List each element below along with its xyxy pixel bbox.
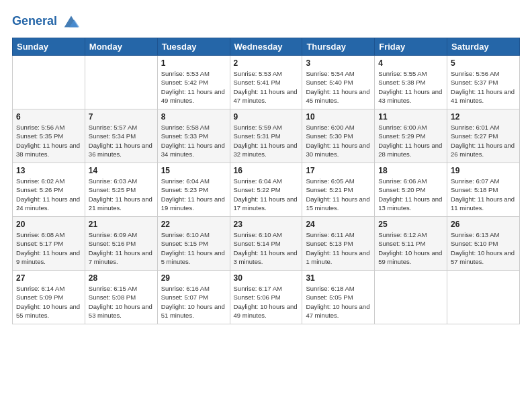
calendar-cell: 15Sunrise: 6:04 AMSunset: 5:23 PMDayligh… [157, 163, 230, 217]
calendar-cell: 2Sunrise: 5:53 AMSunset: 5:41 PMDaylight… [230, 56, 302, 109]
calendar-cell: 12Sunrise: 6:01 AMSunset: 5:27 PMDayligh… [447, 109, 520, 163]
calendar-cell: 28Sunrise: 6:15 AMSunset: 5:08 PMDayligh… [85, 271, 157, 324]
calendar-table: SundayMondayTuesdayWednesdayThursdayFrid… [12, 38, 520, 324]
calendar-cell: 3Sunrise: 5:54 AMSunset: 5:40 PMDaylight… [302, 56, 375, 109]
day-detail: Sunrise: 6:07 AMSunset: 5:18 PMDaylight:… [451, 177, 516, 212]
day-number: 4 [378, 58, 443, 68]
calendar-cell: 19Sunrise: 6:07 AMSunset: 5:18 PMDayligh… [447, 163, 520, 217]
day-number: 21 [89, 220, 154, 229]
calendar-cell: 16Sunrise: 6:04 AMSunset: 5:22 PMDayligh… [230, 163, 302, 217]
day-detail: Sunrise: 5:53 AMSunset: 5:42 PMDaylight:… [161, 69, 226, 105]
day-detail: Sunrise: 5:59 AMSunset: 5:31 PMDaylight:… [234, 123, 299, 158]
day-number: 31 [306, 273, 371, 283]
page: General SundayMondayTuesdayWednesdayThur… [0, 0, 532, 411]
calendar-cell: 1Sunrise: 5:53 AMSunset: 5:42 PMDaylight… [157, 56, 230, 109]
weekday-header: Saturday [447, 38, 520, 56]
calendar-cell: 27Sunrise: 6:14 AMSunset: 5:09 PMDayligh… [13, 271, 85, 324]
weekday-header: Wednesday [230, 38, 302, 56]
calendar-cell: 30Sunrise: 6:17 AMSunset: 5:06 PMDayligh… [230, 271, 302, 324]
calendar-cell: 7Sunrise: 5:57 AMSunset: 5:34 PMDaylight… [85, 109, 157, 163]
calendar-cell: 9Sunrise: 5:59 AMSunset: 5:31 PMDaylight… [230, 109, 302, 163]
day-detail: Sunrise: 6:15 AMSunset: 5:08 PMDaylight:… [89, 284, 154, 320]
day-number: 7 [89, 112, 154, 122]
calendar-cell: 6Sunrise: 5:56 AMSunset: 5:35 PMDaylight… [13, 109, 85, 163]
day-number: 9 [234, 112, 299, 122]
day-detail: Sunrise: 6:11 AMSunset: 5:13 PMDaylight:… [306, 230, 371, 266]
day-detail: Sunrise: 6:08 AMSunset: 5:17 PMDaylight:… [16, 230, 81, 266]
day-number: 17 [306, 166, 371, 175]
day-number: 6 [16, 112, 81, 122]
day-detail: Sunrise: 6:14 AMSunset: 5:09 PMDaylight:… [16, 284, 81, 320]
day-detail: Sunrise: 5:56 AMSunset: 5:37 PMDaylight:… [451, 69, 516, 105]
day-number: 30 [234, 273, 299, 283]
calendar-cell: 14Sunrise: 6:03 AMSunset: 5:25 PMDayligh… [85, 163, 157, 217]
day-detail: Sunrise: 6:06 AMSunset: 5:20 PMDaylight:… [378, 177, 443, 212]
day-detail: Sunrise: 6:02 AMSunset: 5:26 PMDaylight:… [16, 177, 81, 212]
day-detail: Sunrise: 6:05 AMSunset: 5:21 PMDaylight:… [306, 177, 371, 212]
day-detail: Sunrise: 6:01 AMSunset: 5:27 PMDaylight:… [451, 123, 516, 158]
day-number: 14 [89, 166, 154, 175]
logo: General [12, 12, 81, 31]
day-detail: Sunrise: 6:12 AMSunset: 5:11 PMDaylight:… [378, 230, 443, 266]
day-number: 19 [451, 166, 516, 175]
day-number: 25 [378, 220, 443, 229]
calendar-cell [85, 56, 157, 109]
day-detail: Sunrise: 5:56 AMSunset: 5:35 PMDaylight:… [16, 123, 81, 158]
calendar-cell: 20Sunrise: 6:08 AMSunset: 5:17 PMDayligh… [13, 217, 85, 271]
day-number: 20 [16, 220, 81, 229]
day-detail: Sunrise: 6:00 AMSunset: 5:29 PMDaylight:… [378, 123, 443, 158]
day-number: 3 [306, 58, 371, 68]
calendar-cell: 13Sunrise: 6:02 AMSunset: 5:26 PMDayligh… [13, 163, 85, 217]
calendar-week-row: 1Sunrise: 5:53 AMSunset: 5:42 PMDaylight… [13, 56, 520, 109]
calendar-week-row: 20Sunrise: 6:08 AMSunset: 5:17 PMDayligh… [13, 217, 520, 271]
calendar-cell: 31Sunrise: 6:18 AMSunset: 5:05 PMDayligh… [302, 271, 375, 324]
calendar-cell: 11Sunrise: 6:00 AMSunset: 5:29 PMDayligh… [375, 109, 447, 163]
day-detail: Sunrise: 6:18 AMSunset: 5:05 PMDaylight:… [306, 284, 371, 320]
logo-text: General [12, 12, 81, 31]
day-number: 16 [234, 166, 299, 175]
calendar-cell: 4Sunrise: 5:55 AMSunset: 5:38 PMDaylight… [375, 56, 447, 109]
day-detail: Sunrise: 6:04 AMSunset: 5:23 PMDaylight:… [161, 177, 226, 212]
header: General [12, 12, 520, 31]
calendar-week-row: 6Sunrise: 5:56 AMSunset: 5:35 PMDaylight… [13, 109, 520, 163]
weekday-header: Friday [375, 38, 447, 56]
calendar-cell: 26Sunrise: 6:13 AMSunset: 5:10 PMDayligh… [447, 217, 520, 271]
day-number: 10 [306, 112, 371, 122]
calendar-cell [447, 271, 520, 324]
weekday-header: Monday [85, 38, 157, 56]
calendar-cell: 5Sunrise: 5:56 AMSunset: 5:37 PMDaylight… [447, 56, 520, 109]
calendar-cell: 29Sunrise: 6:16 AMSunset: 5:07 PMDayligh… [157, 271, 230, 324]
calendar-cell [375, 271, 447, 324]
day-number: 5 [451, 58, 516, 68]
calendar-week-row: 27Sunrise: 6:14 AMSunset: 5:09 PMDayligh… [13, 271, 520, 324]
day-detail: Sunrise: 5:58 AMSunset: 5:33 PMDaylight:… [161, 123, 226, 158]
day-number: 11 [378, 112, 443, 122]
calendar-cell [13, 56, 85, 109]
day-detail: Sunrise: 6:10 AMSunset: 5:14 PMDaylight:… [234, 230, 299, 266]
day-detail: Sunrise: 6:16 AMSunset: 5:07 PMDaylight:… [161, 284, 226, 320]
calendar-cell: 18Sunrise: 6:06 AMSunset: 5:20 PMDayligh… [375, 163, 447, 217]
day-number: 15 [161, 166, 226, 175]
day-number: 26 [451, 220, 516, 229]
day-number: 13 [16, 166, 81, 175]
day-detail: Sunrise: 6:17 AMSunset: 5:06 PMDaylight:… [234, 284, 299, 320]
day-number: 18 [378, 166, 443, 175]
day-number: 23 [234, 220, 299, 229]
day-detail: Sunrise: 6:10 AMSunset: 5:15 PMDaylight:… [161, 230, 226, 266]
calendar-cell: 23Sunrise: 6:10 AMSunset: 5:14 PMDayligh… [230, 217, 302, 271]
calendar-cell: 21Sunrise: 6:09 AMSunset: 5:16 PMDayligh… [85, 217, 157, 271]
day-detail: Sunrise: 5:57 AMSunset: 5:34 PMDaylight:… [89, 123, 154, 158]
day-number: 12 [451, 112, 516, 122]
weekday-header: Thursday [302, 38, 375, 56]
day-detail: Sunrise: 6:13 AMSunset: 5:10 PMDaylight:… [451, 230, 516, 266]
calendar-cell: 22Sunrise: 6:10 AMSunset: 5:15 PMDayligh… [157, 217, 230, 271]
day-detail: Sunrise: 5:54 AMSunset: 5:40 PMDaylight:… [306, 69, 371, 105]
day-detail: Sunrise: 5:53 AMSunset: 5:41 PMDaylight:… [234, 69, 299, 105]
day-detail: Sunrise: 5:55 AMSunset: 5:38 PMDaylight:… [378, 69, 443, 105]
calendar-cell: 8Sunrise: 5:58 AMSunset: 5:33 PMDaylight… [157, 109, 230, 163]
weekday-header: Sunday [13, 38, 85, 56]
day-number: 22 [161, 220, 226, 229]
day-number: 1 [161, 58, 226, 68]
calendar-cell: 10Sunrise: 6:00 AMSunset: 5:30 PMDayligh… [302, 109, 375, 163]
day-number: 28 [89, 273, 154, 283]
